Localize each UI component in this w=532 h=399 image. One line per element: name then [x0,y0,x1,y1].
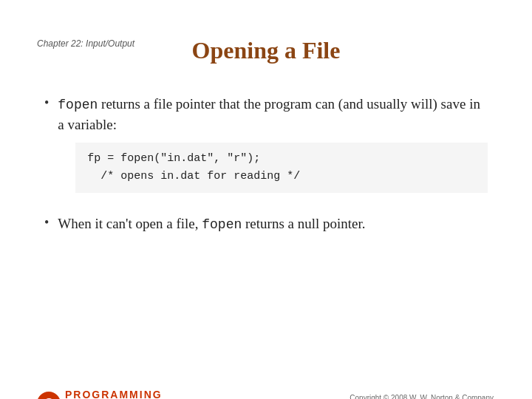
logo-c-letter: C [44,396,54,400]
logo-right-text: PROGRAMMING A Modern Approach SECOND EDI… [65,392,163,399]
copyright-line1: Copyright © 2008 W. W. Norton & Company. [349,394,495,399]
footer-logo: C PROGRAMMING A Modern Approach SECOND E… [37,392,163,399]
bullet-dot-1: • [44,95,49,111]
chapter-title: Chapter 22: Input/Output [37,38,134,49]
code-block-1: fp = fopen("in.dat", "r"); /* opens in.d… [75,143,488,193]
bullet-text-2-part2: returns a null pointer. [242,216,365,231]
bullet-text-2-part1: When it can't open a file, [58,216,202,231]
logo-programming-text: PROGRAMMING [65,389,163,399]
bullet-dot-2: • [44,215,49,231]
slide-container: Chapter 22: Input/Output Opening a File … [0,30,532,399]
copyright-text: Copyright © 2008 W. W. Norton & Company.… [349,392,495,399]
fopen-code-1: fopen [58,98,98,112]
bullet-item-1: • fopen returns a file pointer that the … [44,94,488,200]
content-area: • fopen returns a file pointer that the … [0,72,532,262]
bullet-text-1: fopen returns a file pointer that the pr… [58,94,488,200]
logo-c-icon: C [37,392,61,399]
chapter-header: Chapter 22: Input/Output [37,38,134,49]
bullet-text-2: When it can't open a file, fopen returns… [58,214,365,234]
bullet-text-1-part2: returns a file pointer that the program … [58,96,480,132]
fopen-code-2: fopen [202,217,242,232]
bullet-item-2: • When it can't open a file, fopen retur… [44,214,488,234]
footer: C PROGRAMMING A Modern Approach SECOND E… [0,392,532,399]
